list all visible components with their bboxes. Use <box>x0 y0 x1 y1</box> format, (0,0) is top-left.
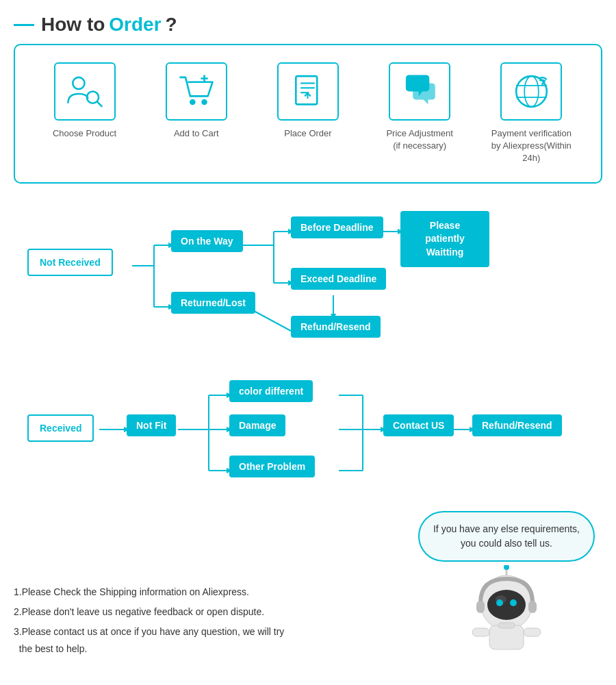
svg-rect-61 <box>472 628 489 636</box>
robot-area: If you have any else requirements,you co… <box>411 511 602 661</box>
svg-point-0 <box>73 77 84 89</box>
page-title: How to Order ? <box>41 14 177 36</box>
step-add-to-cart: Add to Cart <box>152 62 241 140</box>
cart-icon <box>177 73 215 110</box>
svg-point-54 <box>487 590 526 620</box>
payment-verification-label: Payment verificationby Aliexpress(Within… <box>487 127 576 165</box>
step-price-adjustment: Price Adjustment(if necessary) <box>375 62 464 152</box>
svg-rect-64 <box>476 601 485 613</box>
step-payment-verification: Payment verificationby Aliexpress(Within… <box>487 62 576 165</box>
add-to-cart-icon-box <box>166 62 227 121</box>
section-title-line: How to Order ? <box>14 14 602 36</box>
place-order-label: Place Order <box>284 127 331 140</box>
title-prefix: How to <box>41 14 105 36</box>
svg-rect-58 <box>489 625 524 649</box>
svg-rect-62 <box>524 628 541 636</box>
svg-point-3 <box>190 99 196 105</box>
flowchart-received: Received Not Fit color different Damage … <box>27 371 602 497</box>
chat-bubble-icon <box>401 73 439 110</box>
bottom-notes: 1.Please Check the Shipping information … <box>14 584 284 661</box>
choose-product-label: Choose Product <box>53 127 116 140</box>
choose-product-icon-box <box>54 62 116 121</box>
document-icon <box>289 73 326 110</box>
speech-bubble: If you have any else requirements,you co… <box>418 511 595 562</box>
step-place-order: Place Order <box>264 62 352 140</box>
robot-icon <box>465 565 548 661</box>
speech-text: If you have any else requirements,you co… <box>433 523 580 549</box>
title-suffix: ? <box>166 14 177 36</box>
globe-icon <box>513 73 550 110</box>
svg-rect-63 <box>498 623 515 628</box>
note-3: 3.Please contact us at once if you have … <box>14 623 284 658</box>
svg-line-2 <box>97 101 103 107</box>
add-to-cart-label: Add to Cart <box>174 127 219 140</box>
price-adjustment-label: Price Adjustment(if necessary) <box>386 127 453 152</box>
title-highlight: Order <box>109 14 161 36</box>
how-to-order-box: Choose Product Add to Cart <box>14 44 602 184</box>
svg-point-13 <box>524 76 539 107</box>
svg-rect-7 <box>296 76 318 104</box>
price-adjustment-icon-box <box>389 62 450 121</box>
svg-point-57 <box>510 599 517 606</box>
bottom-area: 1.Please Check the Shipping information … <box>14 511 602 661</box>
svg-point-56 <box>496 599 503 606</box>
svg-point-4 <box>202 99 208 105</box>
flowchart-not-received: Not Received On the Way Returned/Lost Be… <box>27 211 602 358</box>
note-1: 1.Please Check the Shipping information … <box>14 584 284 601</box>
person-search-icon <box>66 73 103 110</box>
note-2: 2.Please don't leave us negative feedbac… <box>14 603 284 621</box>
svg-point-60 <box>504 565 509 570</box>
place-order-icon-box <box>277 62 339 121</box>
svg-rect-65 <box>528 601 537 613</box>
step-choose-product: Choose Product <box>40 62 129 140</box>
svg-point-16 <box>541 83 543 85</box>
payment-verification-icon-box <box>500 62 562 121</box>
